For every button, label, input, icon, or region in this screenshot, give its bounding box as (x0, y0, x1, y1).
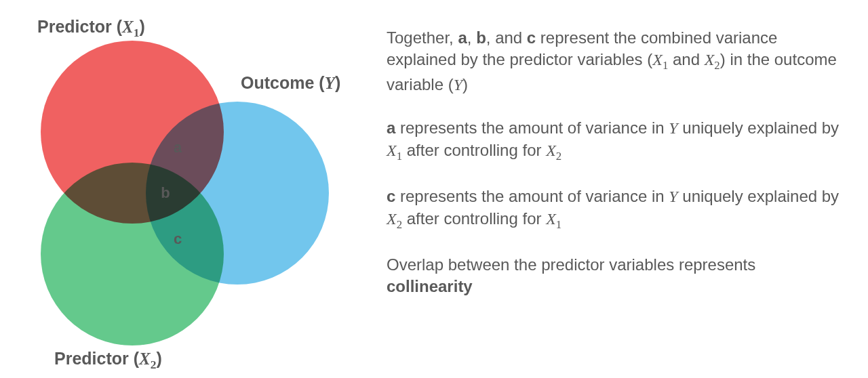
p3-x2s: 2 (397, 217, 402, 230)
p2-t1: represents the amount of variance in (395, 119, 669, 137)
label-predictor-x1: Predictor (X1) (37, 17, 145, 40)
p1-x1v: X (652, 51, 663, 68)
p4-t1: Overlap between the predictor variables … (387, 255, 755, 274)
p3-t2: uniquely explained by (678, 187, 840, 205)
region-b: b (157, 184, 174, 202)
region-c: c (170, 230, 186, 248)
label-x1-text: Predictor ( (37, 17, 122, 36)
explanation-panel: Together, a, b, and c represent the comb… (380, 0, 868, 378)
p1-c: c (527, 28, 536, 47)
p2-x1s: 1 (397, 149, 402, 162)
p1-t3: , and (486, 28, 527, 47)
p2-x1v: X (387, 142, 397, 159)
p2-x2s: 2 (556, 149, 561, 162)
paragraph-collinearity: Overlap between the predictor variables … (387, 254, 841, 298)
p2-a: a (387, 119, 395, 137)
p1-x2s: 2 (714, 59, 719, 72)
paragraph-c: c represents the amount of variance in Y… (387, 186, 841, 232)
label-y-close: ) (335, 73, 340, 92)
diagram-container: Predictor (X1) Outcome (Y) Predictor (X2… (0, 0, 868, 378)
p1-a: a (458, 28, 467, 47)
label-x1-var: X (122, 18, 134, 36)
p3-x1s: 1 (556, 217, 561, 230)
label-x2-var: X (139, 350, 151, 368)
circle-x2 (41, 163, 224, 345)
p1-t5: and (668, 50, 704, 68)
p2-t2: uniquely explained by (678, 119, 840, 137)
p3-x1v: X (546, 210, 556, 228)
p1-t1: Together, (387, 28, 458, 47)
venn-panel: Predictor (X1) Outcome (Y) Predictor (X2… (0, 0, 380, 378)
label-y-var: Y (325, 74, 335, 92)
label-y-text: Outcome ( (241, 73, 325, 92)
p3-c: c (387, 187, 395, 205)
p2-yv: Y (669, 119, 677, 137)
p1-t7: ) (462, 75, 468, 93)
p1-t2: , (467, 28, 476, 47)
p1-x2v: X (705, 51, 715, 68)
p1-b: b (476, 28, 486, 47)
p4-col: collinearity (387, 277, 473, 295)
p2-x2v: X (546, 142, 556, 159)
label-x2-text: Predictor ( (54, 349, 139, 368)
p1-yv: Y (454, 76, 462, 93)
label-x2-close: ) (156, 349, 161, 368)
paragraph-combined: Together, a, b, and c represent the comb… (387, 27, 841, 96)
venn-diagram (0, 0, 380, 378)
paragraph-a: a represents the amount of variance in Y… (387, 117, 841, 164)
p3-x2v: X (387, 210, 397, 228)
label-outcome-y: Outcome (Y) (241, 73, 340, 93)
p2-t3: after controlling for (402, 141, 546, 159)
p3-yv: Y (669, 188, 677, 205)
label-predictor-x2: Predictor (X2) (54, 349, 162, 372)
p3-t1: represents the amount of variance in (395, 187, 669, 205)
label-x1-close: ) (139, 17, 144, 36)
p3-t3: after controlling for (402, 209, 546, 228)
region-a: a (170, 139, 186, 156)
